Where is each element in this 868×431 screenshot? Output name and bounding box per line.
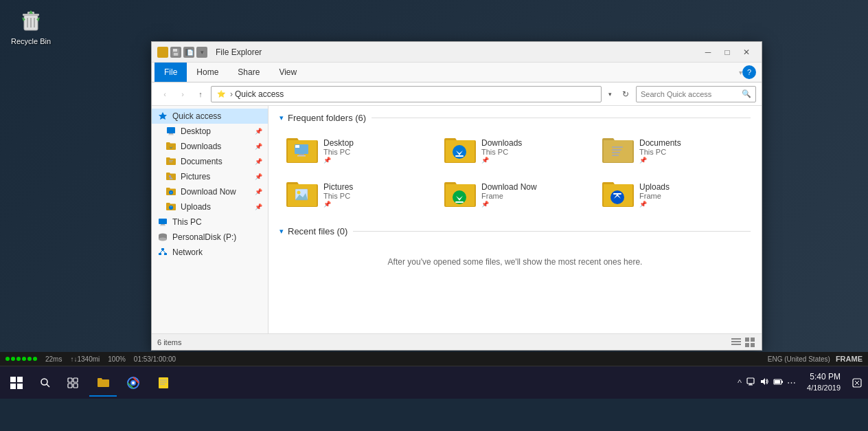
sidebar-item-quick-access[interactable]: Quick access [152,109,268,124]
recycle-bin-icon[interactable]: Recycle Bin [7,7,55,45]
sidebar-label-quick-access: Quick access [172,111,221,121]
frame-label: FRAME [836,355,863,363]
folder-downloads[interactable]: Downloads This PC 📌 [437,130,593,171]
status-dot-1 [5,357,10,361]
folders-grid: Desktop This PC 📌 [279,130,751,215]
documents-pin-icon: 📌 [255,158,262,165]
forward-button[interactable]: › [175,87,190,102]
desktop-pin-icon: 📌 [255,128,262,135]
folder-pictures[interactable]: Pictures This PC 📌 [279,174,435,215]
status-dot-3 [16,357,21,361]
address-bar: ‹ › ↑ ⭐ › Quick access ▾ ↻ 🔍 [152,82,762,106]
svg-rect-61 [751,343,755,347]
svg-rect-24 [159,219,167,224]
help-button[interactable]: ? [742,65,756,79]
ribbon: File Home Share View ▾ ? [152,63,762,82]
frequent-folders-toggle[interactable]: ▾ [279,113,284,122]
latency-text: 22ms [45,355,62,363]
close-button[interactable]: ✕ [737,43,756,62]
svg-rect-68 [68,378,72,382]
tray-network[interactable] [746,377,755,388]
folder-documents-pin: 📌 [639,157,647,164]
svg-point-29 [159,238,167,241]
dropdown-icon[interactable]: ▾ [196,47,207,58]
tab-file[interactable]: File [155,63,187,82]
svg-rect-81 [749,385,753,386]
sidebar-label-personal-disk: PersonalDisk (P:) [172,232,236,242]
sidebar-label-download-now: Download Now [181,187,236,197]
tray-extra[interactable]: ⋯ [787,377,796,388]
sidebar-item-network[interactable]: Network [152,245,268,260]
folder-desktop-name: Desktop [323,138,354,148]
recent-files-toggle[interactable]: ▾ [279,227,284,236]
search-input[interactable] [641,90,742,98]
sidebar-item-pictures[interactable]: Pictures 📌 [152,169,268,184]
taskbar-clock[interactable]: 5:40 PM 4/18/2019 [801,371,846,393]
taskbar-file-explorer[interactable] [89,369,117,397]
svg-rect-26 [160,225,165,226]
folder-documents-sub: This PC [639,148,681,156]
tab-share[interactable]: Share [228,63,269,82]
up-button[interactable]: ↑ [193,87,208,102]
taskbar-tray: ^ [732,377,801,388]
tray-volume[interactable] [760,377,769,388]
items-count: 6 items [157,338,730,346]
sidebar-item-this-pc[interactable]: This PC [152,214,268,230]
svg-point-20 [169,190,173,195]
pictures-icon [165,171,176,182]
back-button[interactable]: ‹ [157,87,172,102]
svg-rect-58 [745,338,749,342]
folder-download-now[interactable]: Download Now Frame 📌 [437,174,593,215]
svg-rect-8 [174,53,178,56]
tray-battery[interactable] [773,377,783,388]
sidebar-label-pictures: Pictures [181,172,210,181]
details-view-button[interactable] [730,336,742,349]
sidebar-item-desktop[interactable]: Desktop 📌 [152,124,268,139]
refresh-button[interactable]: ↻ [618,87,633,102]
start-button[interactable] [0,366,33,399]
folder-uploads[interactable]: Uploads Frame 📌 [595,174,751,215]
taskbar-chrome[interactable] [119,369,147,397]
sidebar-label-desktop: Desktop [181,126,211,136]
minimize-button[interactable]: ─ [698,43,718,62]
tray-chevron[interactable]: ^ [738,377,742,388]
new-folder-icon: 📄 [183,47,194,58]
taskbar-task-view[interactable] [59,369,87,397]
clock-time: 5:40 PM [807,371,841,383]
svg-rect-45 [612,155,619,156]
folder-desktop[interactable]: Desktop This PC 📌 [279,130,435,171]
svg-rect-70 [68,384,72,388]
address-path[interactable]: ⭐ › Quick access [211,86,602,102]
sidebar: Quick access Desktop 📌 [152,106,269,333]
svg-rect-38 [295,145,299,148]
sidebar-item-download-now[interactable]: Download Now 📌 [152,184,268,199]
large-icons-view-button[interactable] [744,336,756,349]
folder-icon [157,47,168,58]
network-icon [157,247,168,258]
folder-documents[interactable]: Documents This PC 📌 [595,130,751,171]
taskbar: ^ [0,366,868,399]
svg-rect-64 [10,384,16,389]
sidebar-item-uploads[interactable]: Uploads 📌 [152,199,268,214]
folder-downloads-pin: 📌 [481,157,489,164]
sidebar-item-documents[interactable]: Documents 📌 [152,154,268,169]
maximize-button[interactable]: □ [718,43,737,62]
tab-view[interactable]: View [269,63,306,82]
address-dropdown[interactable]: ▾ [604,86,615,102]
recycle-bin-label: Recycle Bin [11,37,51,45]
folder-pictures-details: Pictures This PC 📌 [323,182,353,208]
folder-uploads-pin: 📌 [639,201,647,208]
notification-center[interactable] [846,366,868,399]
svg-rect-25 [161,224,165,225]
downloads-pin-icon: 📌 [255,143,262,150]
folder-uploads-details: Uploads Frame 📌 [639,182,670,208]
tab-home[interactable]: Home [187,63,228,82]
personal-disk-icon [157,232,168,243]
file-explorer-window: 📄 ▾ File Explorer ─ □ ✕ File Home Share … [151,41,762,351]
taskbar-search-button[interactable] [33,371,58,395]
sidebar-item-personal-disk[interactable]: PersonalDisk (P:) [152,230,268,245]
svg-rect-63 [17,377,23,382]
search-box[interactable]: 🔍 [636,86,756,102]
sidebar-item-downloads[interactable]: Downloads 📌 [152,139,268,154]
taskbar-notes[interactable] [150,369,177,397]
